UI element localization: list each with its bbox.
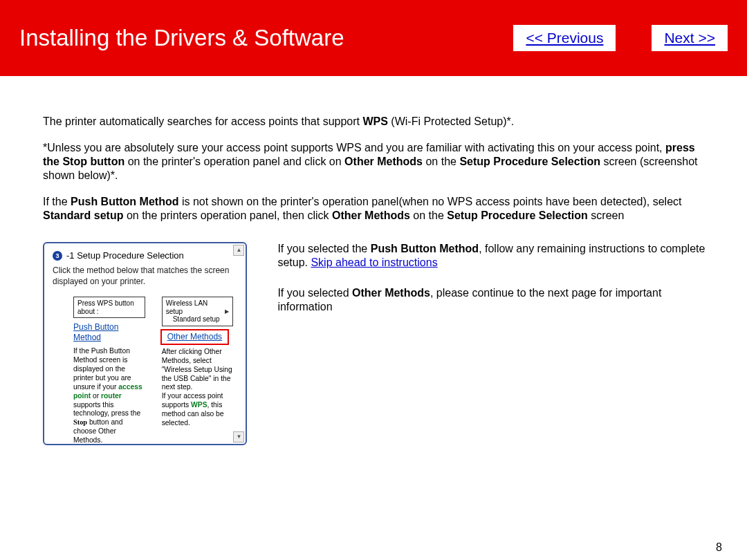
right-desc-a: After clicking Other Methods, select "Wi… (162, 348, 234, 392)
scroll-down-icon: ▼ (233, 431, 244, 442)
text-bold: Other Methods (344, 156, 423, 167)
paragraph-3: If the Push Button Method is not shown o… (43, 195, 714, 223)
triangle-right-icon: ▶ (225, 308, 229, 315)
push-button-instruction: If you selected the Push Button Method, … (277, 242, 714, 270)
text: If you selected the (277, 243, 370, 254)
right-desc-b: If your access point supports WPS, this … (162, 392, 234, 427)
skip-ahead-link[interactable]: Skip ahead to instructions (311, 256, 437, 268)
text-bold: Other Methods (352, 287, 430, 299)
text-bold: Standard setup (43, 209, 123, 221)
slide-page: Installing the Drivers & Software << Pre… (0, 0, 747, 560)
text-bold: Setup Procedure Selection (447, 209, 588, 221)
page-number: 8 (716, 541, 722, 554)
text: on the (410, 209, 447, 221)
method-right-column: Wireless LAN setup Standard setup ▶ Othe… (162, 297, 234, 445)
text: or (91, 392, 101, 400)
scroll-up-icon: ▲ (233, 245, 244, 256)
text: on the (423, 156, 459, 167)
wps-box: Press WPS button about : (73, 297, 145, 318)
previous-button[interactable]: << Previous (513, 25, 616, 51)
text: screen (588, 209, 624, 221)
text: is not shown on the printer's operation … (178, 196, 681, 207)
next-button[interactable]: Next >> (652, 25, 728, 51)
text-green: WPS (191, 401, 207, 409)
box-line-2: Standard setup (166, 315, 220, 323)
scrollbar: ▲ ▼ (233, 245, 244, 442)
box-lines: Wireless LAN setup Standard setup (166, 299, 225, 324)
text: on the printers operation panel, then cl… (123, 209, 332, 221)
text: (Wi-Fi Protected Setup)*. (388, 115, 514, 127)
right-method-description: After clicking Other Methods, select "Wi… (162, 348, 234, 428)
wps-box-text: Press WPS button about : (77, 299, 141, 315)
text: supports this technology, press the (73, 401, 140, 418)
text-bold: Other Methods (332, 209, 410, 221)
methods-row: Press WPS button about : Push Button Met… (53, 297, 237, 445)
text-stop: Stop (73, 418, 87, 426)
box-line-1: Wireless LAN setup (166, 299, 208, 315)
nav-container: << Previous Next >> (513, 25, 728, 51)
two-column-row: ▲ ▼ 3 -1 Setup Procedure Selection Click… (43, 242, 714, 445)
step-number-badge: 3 (53, 251, 62, 261)
text: If the (43, 196, 71, 207)
push-button-method-link[interactable]: Push Button Method (73, 322, 145, 343)
left-method-description: If the Push Button Method screen is disp… (73, 347, 145, 445)
dialog-title: 3 -1 Setup Procedure Selection (53, 250, 237, 261)
text: *Unless you are absolutely sure your acc… (43, 142, 665, 153)
dialog-prompt: Click the method below that matches the … (53, 265, 237, 287)
content-area: The printer automatically searches for a… (0, 76, 747, 560)
text: If you selected (277, 287, 352, 299)
paragraph-2: *Unless you are absolutely sure your acc… (43, 141, 714, 183)
text: on the printer's operation panel and cli… (124, 156, 344, 167)
wireless-lan-box: Wireless LAN setup Standard setup ▶ (162, 297, 234, 326)
text-bold: Setup Procedure Selection (459, 156, 600, 167)
text-bold: Push Button Method (371, 243, 479, 254)
other-methods-link[interactable]: Other Methods (162, 330, 228, 344)
page-title: Installing the Drivers & Software (19, 6, 499, 71)
dialog-title-text: -1 Setup Procedure Selection (66, 250, 184, 261)
text: The printer automatically searches for a… (43, 115, 362, 127)
wps-bold: WPS (362, 115, 387, 127)
other-methods-instruction: If you selected Other Methods, please co… (277, 286, 714, 314)
method-left-column: Press WPS button about : Push Button Met… (73, 297, 145, 445)
instructions-right-column: If you selected the Push Button Method, … (277, 242, 714, 445)
paragraph-1: The printer automatically searches for a… (43, 115, 714, 129)
setup-procedure-screenshot: ▲ ▼ 3 -1 Setup Procedure Selection Click… (43, 242, 247, 445)
text-green: router (101, 392, 122, 400)
header-bar: Installing the Drivers & Software << Pre… (0, 0, 747, 76)
text-bold: Push Button Method (71, 196, 178, 207)
